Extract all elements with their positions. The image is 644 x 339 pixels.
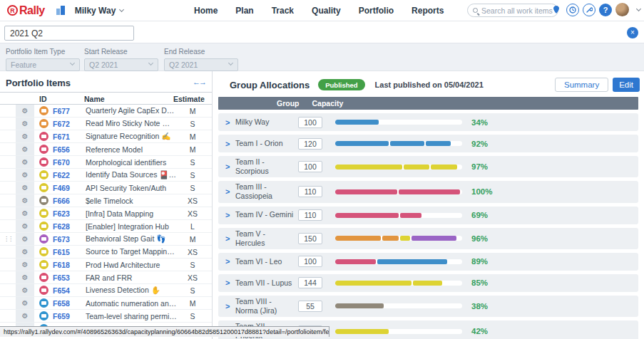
table-row[interactable]: ⋮⋮ ⚙ F654 Liveness Detection ✋ S <box>0 284 213 297</box>
nav-item[interactable]: Track <box>272 6 294 16</box>
filter-select[interactable]: Q2 2021 <box>84 58 158 71</box>
gear-icon[interactable]: ⚙ <box>16 233 34 245</box>
drag-handle-icon[interactable]: ⋮⋮ <box>0 236 16 242</box>
rally-logo[interactable]: R Rally <box>7 4 45 17</box>
item-id-link[interactable]: F623 <box>53 209 86 218</box>
search-input[interactable] <box>481 6 553 15</box>
gear-icon[interactable]: ⚙ <box>16 130 34 142</box>
gear-icon[interactable]: ⚙ <box>16 310 34 322</box>
table-row[interactable]: ⋮⋮ ⚙ F666 $elle Timelock XS <box>0 194 213 207</box>
group-name: Team IV - Gemini <box>235 210 295 219</box>
expand-chevron-icon[interactable]: > <box>225 118 235 127</box>
capacity-input[interactable] <box>298 277 322 288</box>
item-estimate: XS <box>177 273 208 282</box>
nav-item[interactable]: Quality <box>312 6 341 16</box>
plan-title-input[interactable] <box>4 26 134 41</box>
expand-chevron-icon[interactable]: > <box>225 187 235 196</box>
expand-chevron-icon[interactable]: > <box>225 234 235 243</box>
gear-icon[interactable]: ⚙ <box>16 105 34 117</box>
capacity-input[interactable] <box>298 256 322 267</box>
gear-icon[interactable]: ⚙ <box>16 246 34 258</box>
collapse-panel-icon[interactable]: ←→ <box>193 78 205 86</box>
gear-icon[interactable]: ⚙ <box>16 259 34 271</box>
expand-chevron-icon[interactable]: > <box>225 302 235 311</box>
chevron-down-icon[interactable] <box>636 6 641 11</box>
item-id-link[interactable]: F469 <box>53 184 86 192</box>
gear-icon[interactable]: ⚙ <box>16 271 34 283</box>
item-id-link[interactable]: F618 <box>53 261 86 269</box>
table-row[interactable]: ⋮⋮ ⚙ F671 Signature Recognition ✍️ M <box>0 130 213 143</box>
table-row[interactable]: ⋮⋮ ⚙ F622 Identify Data Sources 🎴💾 S <box>0 169 213 182</box>
user-avatar[interactable] <box>615 3 629 16</box>
capacity-input[interactable] <box>298 209 322 221</box>
workspace-icon[interactable] <box>56 6 65 15</box>
nav-item[interactable]: Reports <box>412 6 444 16</box>
item-id-link[interactable]: F666 <box>53 197 86 205</box>
table-row[interactable]: ⋮⋮ ⚙ F672 Read Miro Sticky Note 📝🍒 S <box>0 118 213 130</box>
item-id-link[interactable]: F672 <box>53 120 86 128</box>
table-row[interactable]: ⋮⋮ ⚙ F615 Source to Target Mapping Spec … <box>0 246 213 259</box>
table-row[interactable]: ⋮⋮ ⚙ F656 Reference Model M <box>0 143 213 156</box>
capacity-input[interactable] <box>298 233 322 244</box>
gear-icon[interactable]: ⚙ <box>16 182 34 194</box>
item-id-link[interactable]: F659 <box>53 312 86 320</box>
item-id-link[interactable]: F658 <box>53 299 86 308</box>
item-id-link[interactable]: F656 <box>53 145 86 154</box>
summary-button[interactable]: Summary <box>555 78 608 92</box>
nav-item[interactable]: Plan <box>235 6 253 16</box>
table-row[interactable]: ⋮⋮ ⚙ F670 Morphological identifiers S <box>0 156 213 169</box>
expand-chevron-icon[interactable]: > <box>225 162 235 171</box>
table-row[interactable]: ⋮⋮ ⚙ F677 Quarterly Agile CapEx Data Exp… <box>0 105 213 118</box>
item-id-link[interactable]: F653 <box>53 273 86 282</box>
item-id-link[interactable]: F615 <box>53 248 86 256</box>
capacity-input[interactable] <box>298 138 322 150</box>
gear-icon[interactable]: ⚙ <box>16 284 34 296</box>
table-row[interactable]: ⋮⋮ ⚙ F653 FAR and FRR XS <box>0 271 213 284</box>
gear-icon[interactable]: ⚙ <box>16 207 34 219</box>
gear-icon[interactable]: ⚙ <box>16 220 34 232</box>
table-row[interactable]: ⋮⋮ ⚙ F673 Behavioral Step Gait 👣 M <box>0 233 213 246</box>
item-id-link[interactable]: F677 <box>53 107 86 115</box>
expand-chevron-icon[interactable]: > <box>225 257 235 266</box>
filter-select[interactable]: Feature <box>6 58 80 71</box>
item-id-link[interactable]: F654 <box>53 286 86 295</box>
item-id-link[interactable]: F671 <box>53 132 86 141</box>
expand-chevron-icon[interactable]: > <box>225 278 235 287</box>
item-id-link[interactable]: F673 <box>53 235 86 244</box>
allocation-row: > Team VI - Leo 89% <box>218 253 638 271</box>
global-search[interactable] <box>467 4 558 17</box>
gear-icon[interactable]: ⚙ <box>16 194 34 207</box>
table-row[interactable]: ⋮⋮ ⚙ F659 Team-level sharing permissions… <box>0 310 213 323</box>
expand-chevron-icon[interactable]: > <box>225 211 235 219</box>
gear-icon[interactable]: ⚙ <box>16 118 34 130</box>
help-icon[interactable]: ? <box>599 4 612 16</box>
nav-item[interactable]: Portfolio <box>359 6 394 16</box>
capacity-input[interactable] <box>298 161 322 172</box>
project-picker[interactable]: Milky Way <box>75 6 124 16</box>
close-icon[interactable]: × <box>627 27 638 38</box>
item-id-link[interactable]: F670 <box>53 158 86 167</box>
gear-icon[interactable]: ⚙ <box>16 297 34 309</box>
capacity-input[interactable] <box>298 301 322 312</box>
table-row[interactable]: ⋮⋮ ⚙ F618 Prod Hwd Architecture S <box>0 259 213 271</box>
tools-wrench-icon[interactable] <box>583 4 596 16</box>
table-row[interactable]: ⋮⋮ ⚙ F628 [Enabler] Integration Hub L <box>0 220 213 233</box>
filter-select[interactable]: Q2 2021 <box>164 58 238 71</box>
nav-item[interactable]: Home <box>194 6 218 16</box>
allocation-bar <box>335 329 462 334</box>
capacity-input[interactable] <box>298 186 322 197</box>
item-id-link[interactable]: F628 <box>53 222 86 231</box>
table-row[interactable]: ⋮⋮ ⚙ F658 Automatic numeration and frame… <box>0 297 213 310</box>
edit-button[interactable]: Edit <box>613 78 640 92</box>
pin-icon[interactable] <box>550 4 563 16</box>
history-icon[interactable] <box>566 4 579 16</box>
item-id-link[interactable]: F622 <box>53 171 86 179</box>
gear-icon[interactable]: ⚙ <box>16 156 34 168</box>
gear-icon[interactable]: ⚙ <box>16 143 34 155</box>
gear-icon[interactable]: ⚙ <box>16 169 34 181</box>
table-row[interactable]: ⋮⋮ ⚙ F623 [Infra] Data Mapping XS <box>0 207 213 220</box>
portfolio-table-body: ⋮⋮ ⚙ F677 Quarterly Agile CapEx Data Exp… <box>0 105 213 335</box>
expand-chevron-icon[interactable]: > <box>225 140 235 148</box>
capacity-input[interactable] <box>298 117 322 128</box>
table-row[interactable]: ⋮⋮ ⚙ F469 API Security Token/Auth S <box>0 182 213 194</box>
